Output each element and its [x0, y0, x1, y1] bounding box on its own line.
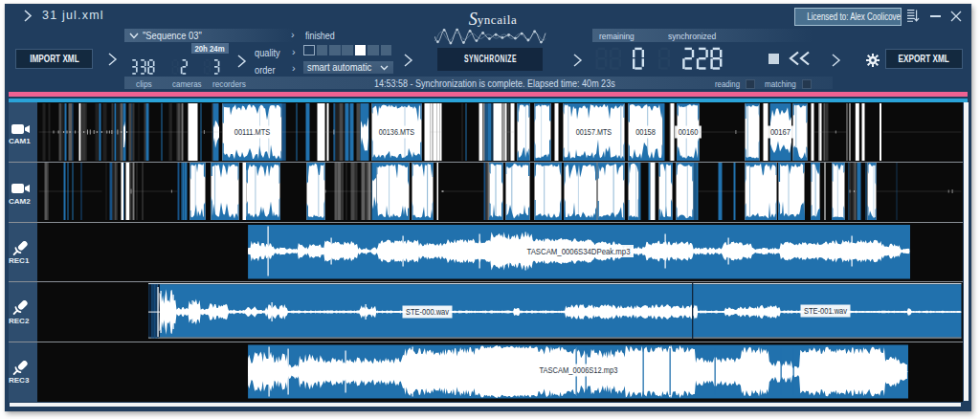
svg-text:STE-000.wav: STE-000.wav [406, 307, 449, 317]
svg-text:TASCAM_0006S34DPeak.mp3: TASCAM_0006S34DPeak.mp3 [526, 246, 630, 255]
svg-text:00157.MTS: 00157.MTS [575, 127, 612, 137]
svg-text:00167: 00167 [769, 127, 790, 137]
svg-text:TASCAM_0006S12.mp3: TASCAM_0006S12.mp3 [539, 365, 617, 375]
svg-text:00111.MTS: 00111.MTS [234, 127, 270, 137]
svg-text:00158: 00158 [635, 127, 656, 137]
svg-text:00160: 00160 [678, 127, 698, 137]
svg-text:STE-001.wav: STE-001.wav [804, 306, 847, 316]
svg-text:00136.MTS: 00136.MTS [378, 127, 414, 137]
